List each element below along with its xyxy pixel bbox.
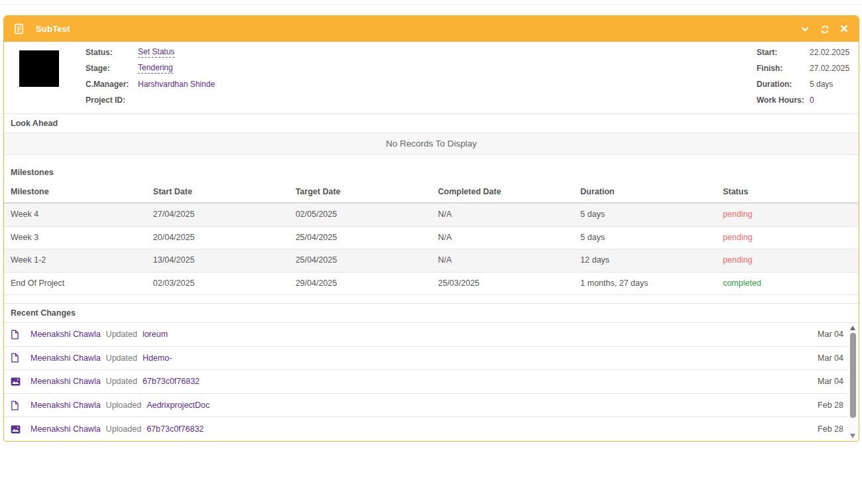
scroll-up-arrow-icon[interactable] [850,326,855,330]
duration-cell: 5 days [574,227,716,249]
recent-changes-title: Recent Changes [11,308,76,318]
look-ahead-empty-row: No Records To Display [4,133,859,155]
column-header: Completed Date [431,181,574,202]
column-header: Status [716,181,859,202]
user-link[interactable]: Meenakshi Chawla [31,353,101,363]
change-date: Feb 28 [818,424,845,434]
change-date: Mar 04 [818,353,845,363]
field-value: 22.02.2025 [810,48,849,57]
field-label: Work Hours: [757,95,810,105]
milestone-cell: Week 3 [4,227,147,249]
field-value[interactable]: Set Status [138,47,215,58]
duration-cell: 12 days [574,249,716,272]
subtest-window: SubTest Status:Set StatusStage:Tendering… [3,15,859,442]
action-label: Updated [106,377,137,386]
completed-cell: 25/03/2025 [431,273,574,295]
window-titlebar: SubTest [4,16,859,42]
field-label: Duration: [757,80,810,89]
user-link[interactable]: Meenakshi Chawla [31,424,101,434]
document-icon [11,401,22,410]
completed-cell: N/A [431,204,574,226]
field-value[interactable]: Tendering [138,63,215,74]
scrollbar-thumb[interactable] [850,333,856,418]
image-icon [11,377,22,386]
column-header: Target Date [289,181,432,202]
user-link[interactable]: Meenakshi Chawla [31,330,101,339]
target-cell: 02/05/2025 [289,204,432,226]
image-icon [11,425,22,434]
recent-change-row: Meenakshi ChawlaUploadedAedrixprojectDoc… [4,394,847,418]
recent-changes-scrollbar[interactable] [848,323,858,441]
object-link[interactable]: loreum [143,330,168,339]
field-value: 27.02.2025 [810,64,849,73]
change-date: Mar 04 [818,330,845,339]
user-link[interactable]: Meenakshi Chawla [31,377,101,386]
notes-icon [13,23,25,34]
close-button[interactable] [840,25,849,34]
duration-cell: 5 days [574,204,716,226]
recent-change-row: Meenakshi ChawlaUpdated67b73c0f76832Mar … [4,370,847,394]
recent-change-row: Meenakshi ChawlaUpdatedHdemo-Mar 04 [4,347,847,371]
object-link[interactable]: 67b73c0f76832 [143,377,200,386]
target-cell: 25/04/2025 [289,249,432,272]
field-label: Finish: [757,64,810,73]
field-value: 5 days [810,80,849,89]
page-top-divider [0,4,862,5]
milestones-table-body: Week 427/04/202502/05/2025N/A5 dayspendi… [4,204,859,295]
field-value[interactable]: Harshvardhan Shinde [138,80,215,89]
milestone-row: Week 1-213/04/202525/04/2025N/A12 dayspe… [4,249,859,273]
document-icon [11,353,22,363]
completed-cell: N/A [431,227,574,249]
start-cell: 27/04/2025 [147,204,289,226]
field-label: C.Manager: [86,80,138,89]
action-label: Updated [106,330,137,339]
look-ahead-section-header: Look Ahead [4,113,859,133]
status-cell: pending [716,249,859,272]
recent-changes-list: Meenakshi ChawlaUpdatedloreumMar 04 Meen… [4,323,847,441]
duration-cell: 1 months, 27 days [574,273,716,295]
target-cell: 29/04/2025 [289,273,432,295]
refresh-button[interactable] [820,25,830,34]
start-cell: 13/04/2025 [147,249,289,272]
milestone-row: Week 320/04/202525/04/2025N/A5 dayspendi… [4,227,859,250]
start-cell: 20/04/2025 [147,227,289,249]
action-label: Uploaded [106,401,142,410]
window-title: SubTest [36,24,70,34]
no-records-message: No Records To Display [386,139,477,149]
milestones-table-header: MilestoneStart DateTarget DateCompleted … [4,181,859,204]
completed-cell: N/A [431,249,574,272]
object-link[interactable]: AedrixprojectDoc [147,401,210,410]
target-cell: 25/04/2025 [289,227,432,249]
recent-change-row: Meenakshi ChawlaUploaded67b73c0f76832Feb… [4,417,847,441]
field-label: Status: [86,48,138,57]
milestone-row: Week 427/04/202502/05/2025N/A5 dayspendi… [4,204,859,227]
user-link[interactable]: Meenakshi Chawla [31,401,101,410]
recent-change-row: Meenakshi ChawlaUpdatedloreumMar 04 [4,323,847,347]
action-label: Updated [106,353,137,363]
change-date: Feb 28 [818,401,845,410]
milestone-cell: Week 1-2 [4,249,147,272]
milestones-title: Milestones [4,163,859,181]
change-date: Mar 04 [818,377,845,386]
field-label: Stage: [86,64,138,73]
object-link[interactable]: Hdemo- [143,353,172,363]
status-cell: pending [716,204,859,226]
project-thumbnail [19,50,59,87]
field-value[interactable]: 0 [810,95,849,105]
start-cell: 02/03/2025 [147,273,289,295]
header-fields-right: Start:22.02.2025Finish:27.02.2025Duratio… [757,44,849,108]
field-value-text[interactable]: Set Status [138,47,174,58]
milestone-row: End Of Project02/03/202529/04/202525/03/… [4,273,859,296]
document-icon [11,330,22,340]
object-link[interactable]: 67b73c0f76832 [147,424,204,434]
look-ahead-title: Look Ahead [11,119,58,128]
column-header: Milestone [4,181,147,202]
collapse-button[interactable] [800,25,810,34]
action-label: Uploaded [106,424,142,434]
scroll-down-arrow-icon[interactable] [850,434,855,438]
field-value-text[interactable]: Tendering [138,63,173,74]
column-header: Start Date [147,181,289,202]
field-label: Start: [757,48,810,57]
milestone-cell: End Of Project [4,273,147,295]
header-fields-left: Status:Set StatusStage:TenderingC.Manage… [86,44,215,108]
